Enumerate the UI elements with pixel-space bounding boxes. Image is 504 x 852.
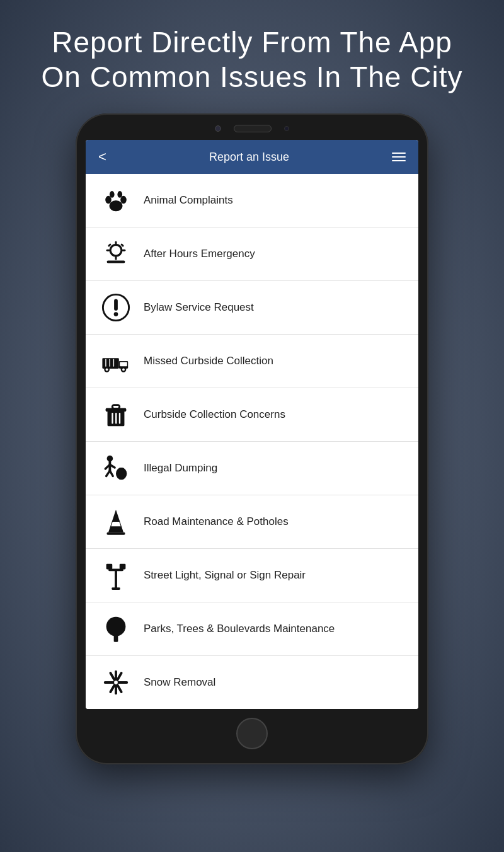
svg-rect-32 bbox=[115, 413, 117, 423]
svg-rect-49 bbox=[112, 588, 120, 590]
svg-rect-26 bbox=[109, 359, 110, 367]
svg-rect-47 bbox=[106, 564, 113, 570]
list-item-bylaw-service-request[interactable]: Bylaw Service Request bbox=[86, 281, 418, 335]
list-item-curbside-collection-concerns[interactable]: Curbside Collection Concerns bbox=[86, 388, 418, 442]
home-button[interactable] bbox=[236, 718, 268, 749]
svg-rect-31 bbox=[112, 413, 113, 423]
back-button[interactable]: < bbox=[98, 149, 106, 165]
missed-curbside-label: Missed Curbside Collection bbox=[144, 354, 273, 368]
app-header: < Report an Issue bbox=[86, 140, 418, 174]
svg-point-0 bbox=[109, 200, 122, 211]
paw-icon bbox=[98, 183, 134, 218]
street-light-label: Street Light, Signal or Sign Repair bbox=[144, 568, 306, 582]
alarm-icon bbox=[98, 236, 134, 272]
phone-sensor bbox=[284, 126, 289, 131]
animal-complaints-label: Animal Complaints bbox=[144, 193, 233, 207]
svg-point-2 bbox=[120, 196, 127, 204]
tree-icon bbox=[98, 611, 134, 647]
list-item-animal-complaints[interactable]: Animal Complaints bbox=[86, 174, 418, 227]
list-item-snow-removal[interactable]: Snow Removal bbox=[86, 656, 418, 709]
issues-list: Animal Complaints bbox=[86, 174, 418, 709]
svg-rect-25 bbox=[105, 359, 106, 367]
dumping-icon bbox=[98, 451, 134, 486]
hamburger-line-2 bbox=[392, 156, 406, 158]
list-item-road-maintenance-potholes[interactable]: Road Maintenance & Potholes bbox=[86, 495, 418, 549]
svg-rect-8 bbox=[115, 256, 117, 260]
hamburger-line-3 bbox=[392, 160, 406, 161]
app-title: Report an Issue bbox=[209, 151, 289, 164]
illegal-dumping-label: Illegal Dumping bbox=[144, 461, 217, 475]
list-item-missed-curbside-collection[interactable]: Missed Curbside Collection bbox=[86, 335, 418, 388]
svg-rect-9 bbox=[106, 250, 110, 251]
svg-point-56 bbox=[114, 681, 118, 684]
svg-point-24 bbox=[122, 369, 125, 371]
list-item-after-hours-emergency[interactable]: After Hours Emergency bbox=[86, 227, 418, 281]
svg-point-6 bbox=[112, 246, 120, 255]
phone-bottom-bar bbox=[86, 718, 418, 749]
svg-marker-44 bbox=[111, 522, 120, 526]
phone-mockup: < Report an Issue bbox=[0, 113, 504, 764]
after-hours-label: After Hours Emergency bbox=[144, 247, 255, 261]
list-item-parks-trees[interactable]: Parks, Trees & Boulevards Maintenance bbox=[86, 602, 418, 656]
svg-line-39 bbox=[110, 471, 113, 476]
svg-rect-16 bbox=[114, 299, 118, 311]
svg-rect-18 bbox=[102, 359, 118, 369]
cone-icon bbox=[98, 504, 134, 539]
streetlight-icon bbox=[98, 558, 134, 593]
exclamation-icon bbox=[98, 290, 134, 325]
svg-rect-48 bbox=[120, 564, 126, 570]
svg-rect-30 bbox=[112, 405, 120, 409]
svg-rect-20 bbox=[120, 362, 127, 367]
svg-rect-43 bbox=[107, 532, 125, 535]
svg-point-1 bbox=[105, 196, 112, 204]
list-item-street-light[interactable]: Street Light, Signal or Sign Repair bbox=[86, 549, 418, 602]
bylaw-label: Bylaw Service Request bbox=[144, 301, 254, 314]
snow-icon bbox=[98, 665, 134, 700]
svg-point-17 bbox=[114, 313, 118, 317]
svg-rect-7 bbox=[115, 241, 117, 245]
svg-point-4 bbox=[117, 191, 122, 198]
svg-rect-13 bbox=[107, 261, 125, 263]
svg-rect-33 bbox=[119, 413, 120, 423]
hamburger-menu-button[interactable] bbox=[392, 153, 406, 161]
svg-point-41 bbox=[118, 468, 125, 471]
phone-frame: < Report an Issue bbox=[76, 113, 428, 764]
svg-rect-10 bbox=[122, 250, 126, 251]
list-item-illegal-dumping[interactable]: Illegal Dumping bbox=[86, 442, 418, 495]
svg-point-22 bbox=[106, 369, 108, 371]
phone-speaker bbox=[234, 125, 272, 132]
road-maintenance-label: Road Maintenance & Potholes bbox=[144, 515, 289, 529]
svg-marker-42 bbox=[108, 510, 123, 532]
svg-point-3 bbox=[110, 191, 115, 198]
snow-removal-label: Snow Removal bbox=[144, 676, 215, 689]
svg-rect-45 bbox=[115, 570, 117, 589]
svg-point-50 bbox=[106, 617, 126, 636]
curbside-concerns-label: Curbside Collection Concerns bbox=[144, 408, 285, 422]
phone-camera bbox=[215, 125, 221, 132]
phone-screen: < Report an Issue bbox=[86, 140, 418, 709]
page-headline: Report Directly From The App On Common I… bbox=[0, 0, 504, 107]
parks-trees-label: Parks, Trees & Boulevards Maintenance bbox=[144, 622, 335, 636]
hamburger-line-1 bbox=[392, 153, 406, 154]
garbage-truck-icon bbox=[98, 343, 134, 379]
svg-rect-51 bbox=[114, 635, 118, 642]
phone-top-bar bbox=[86, 125, 418, 132]
trash-icon bbox=[98, 397, 134, 432]
svg-rect-27 bbox=[113, 359, 114, 367]
